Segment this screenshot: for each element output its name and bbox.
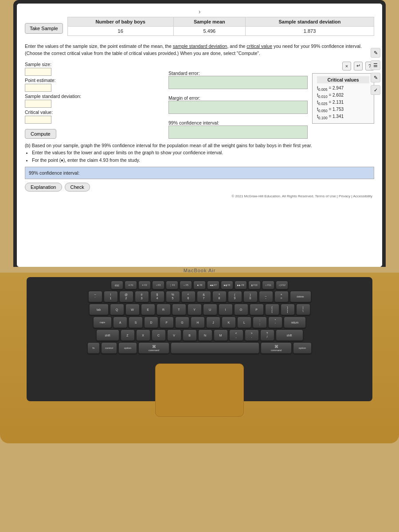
key-backtick[interactable]: ~` <box>88 291 102 302</box>
ci-label: 99% confidence interval: <box>168 120 219 125</box>
sidebar-icon-1[interactable]: ✎ <box>371 48 380 58</box>
key-l[interactable]: L <box>237 317 251 328</box>
key-backslash[interactable]: |\ <box>296 304 310 315</box>
take-sample-button[interactable]: Take Sample <box>25 23 63 34</box>
compute-button[interactable]: Compute <box>25 129 56 139</box>
key-7[interactable]: &7 <box>197 291 211 302</box>
key-5[interactable]: %5 <box>166 291 180 302</box>
key-f9[interactable]: ▶▶ F9 <box>235 281 247 289</box>
key-y[interactable]: Y <box>188 304 202 315</box>
key-1[interactable]: !1 <box>104 291 118 302</box>
key-right-command[interactable]: ⌘ command <box>261 342 292 354</box>
key-f1[interactable]: ☀ F1 <box>125 281 137 289</box>
key-m[interactable]: M <box>214 329 228 341</box>
key-comma[interactable]: <, <box>229 329 243 341</box>
key-0[interactable]: )0 <box>243 291 258 302</box>
key-bracket-right[interactable]: }] <box>281 304 295 315</box>
critical-value-input[interactable] <box>25 116 51 124</box>
screen-footer: © 2021 McGraw-Hill Education. All Rights… <box>25 193 374 199</box>
key-control[interactable]: control <box>101 342 117 354</box>
key-right-shift[interactable]: shift <box>276 329 303 341</box>
key-e[interactable]: E <box>141 304 155 315</box>
key-f3[interactable]: □ F3 <box>152 281 164 289</box>
key-fn-bottom[interactable]: fn <box>87 342 100 354</box>
check-button[interactable]: Check <box>65 183 90 192</box>
key-s[interactable]: S <box>129 317 143 328</box>
key-f10[interactable]: ▮ F10 <box>248 281 261 289</box>
key-f6[interactable]: ☻ F6 <box>193 281 206 289</box>
close-icon[interactable]: × <box>342 62 351 70</box>
key-4[interactable]: $4 <box>150 291 164 302</box>
key-z[interactable]: Z <box>121 329 135 341</box>
key-right-option[interactable]: option <box>293 342 312 354</box>
key-bracket-left[interactable]: {[ <box>265 304 279 315</box>
ci-bar: 99% confidence interval: <box>25 167 374 179</box>
point-estimate-label: Point estimate: <box>25 78 164 83</box>
key-u[interactable]: U <box>203 304 217 315</box>
key-8[interactable]: *8 <box>212 291 227 302</box>
key-g[interactable]: G <box>175 317 189 328</box>
sidebar-icon-2[interactable]: ☰ <box>371 60 380 70</box>
bottom-row: fn control option ⌘ command ⌘ command op… <box>29 342 370 354</box>
key-a[interactable]: A <box>113 317 127 328</box>
sidebar-icon-3[interactable]: ✎ <box>371 73 380 82</box>
cell-boys: 16 <box>67 27 173 36</box>
key-t[interactable]: T <box>172 304 186 315</box>
key-delete[interactable]: delete <box>290 291 311 302</box>
key-3[interactable]: #3 <box>135 291 149 302</box>
point-estimate-input[interactable] <box>25 84 51 92</box>
key-w[interactable]: W <box>125 304 140 315</box>
key-p[interactable]: P <box>250 304 264 315</box>
key-f12[interactable]: ♫) F12 <box>276 281 288 289</box>
key-j[interactable]: J <box>206 317 220 328</box>
chevron-icon[interactable]: › <box>25 8 374 15</box>
key-equals[interactable]: += <box>274 291 289 302</box>
sample-std-input[interactable] <box>25 100 51 108</box>
enter-icon[interactable]: ↵ <box>354 62 363 70</box>
key-f5[interactable]: ☼ F5 <box>180 281 192 289</box>
key-c[interactable]: C <box>152 329 166 341</box>
key-f8[interactable]: ▶▮ F8 <box>221 281 233 289</box>
key-f7[interactable]: ◀◀ F7 <box>207 281 219 289</box>
sidebar-icon-4[interactable]: ✓ <box>371 85 380 95</box>
key-x[interactable]: X <box>136 329 150 341</box>
key-9[interactable]: (9 <box>228 291 242 302</box>
key-f2[interactable]: ✶ F2 <box>138 281 151 289</box>
key-d[interactable]: D <box>144 317 158 328</box>
key-h[interactable]: H <box>191 317 205 328</box>
key-f[interactable]: F <box>160 317 174 328</box>
key-q[interactable]: Q <box>110 304 124 315</box>
trackpad[interactable] <box>155 364 244 417</box>
key-i[interactable]: I <box>219 304 233 315</box>
key-f11[interactable]: ♫ F11 <box>262 281 274 289</box>
sample-std-label: Sample standard deviation: <box>25 94 164 99</box>
key-space[interactable] <box>171 342 259 354</box>
key-f4[interactable]: ⋮ F4 <box>166 281 178 289</box>
key-semicolon[interactable]: :; <box>253 317 267 328</box>
key-2[interactable]: @2 <box>119 291 133 302</box>
sample-size-input[interactable] <box>25 68 51 76</box>
key-return[interactable]: return <box>284 317 306 328</box>
cv-row-5: t0.100 = 1.341 <box>317 113 369 121</box>
key-r[interactable]: R <box>156 304 171 315</box>
key-left-option[interactable]: option <box>118 342 137 354</box>
key-slash[interactable]: ?/ <box>260 329 274 341</box>
key-6[interactable]: ^6 <box>181 291 196 302</box>
key-n[interactable]: N <box>198 329 212 341</box>
left-form: Sample size: Point estimate: Sample stan… <box>25 62 164 139</box>
key-left-shift[interactable]: shift <box>96 329 119 341</box>
key-esc[interactable]: esc <box>111 281 123 289</box>
explanation-button[interactable]: Explanation <box>25 183 62 192</box>
key-period[interactable]: >. <box>245 329 259 341</box>
key-b[interactable]: B <box>183 329 197 341</box>
key-v[interactable]: V <box>167 329 181 341</box>
keyboard-area: esc ☀ F1 ✶ F2 □ F3 ⋮ F4 ☼ F5 ☻ F6 ◀◀ F7 … <box>0 273 399 443</box>
key-caps-lock[interactable]: caps <box>93 317 112 328</box>
key-minus[interactable]: _- <box>259 291 273 302</box>
key-o[interactable]: O <box>234 304 248 315</box>
key-quote[interactable]: "' <box>268 317 282 328</box>
key-k[interactable]: K <box>222 317 236 328</box>
key-tab[interactable]: tab <box>89 304 109 315</box>
number-row: ~` !1 @2 #3 $4 %5 ^6 &7 *8 (9 )0 _- += d… <box>29 291 370 302</box>
key-left-command[interactable]: ⌘ command <box>138 342 169 354</box>
